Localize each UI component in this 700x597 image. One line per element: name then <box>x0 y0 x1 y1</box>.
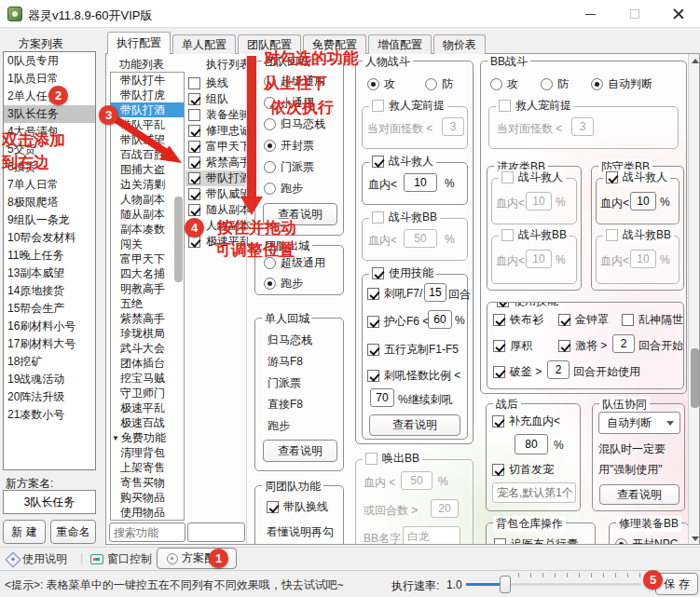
solo-return-help-button[interactable]: 查看说明 <box>263 440 337 462</box>
function-list-item[interactable]: ▼清理背包 <box>111 445 184 460</box>
speed-slider-thumb[interactable] <box>500 576 511 593</box>
refill-checkbox[interactable]: 补充血内< <box>492 414 560 429</box>
function-list-item[interactable]: ▼守卫师门 <box>111 386 184 400</box>
exec-filter-input[interactable] <box>187 522 245 542</box>
tab[interactable]: 物价表 <box>433 34 486 54</box>
plan-list-item[interactable]: 8极限爬塔 <box>4 194 95 211</box>
function-search-input[interactable] <box>109 522 185 542</box>
checkbox-icon[interactable] <box>367 288 379 300</box>
rename-plan-button[interactable]: 重命名 <box>50 520 96 544</box>
radio-icon[interactable] <box>490 78 502 90</box>
tiebushan-checkbox[interactable]: 铁布衫 <box>493 312 543 328</box>
function-list-item[interactable]: ▼挖宝马贼 <box>111 371 184 386</box>
function-list-item[interactable]: ▼武斗大会 <box>111 341 184 356</box>
plan-list-item[interactable]: 7单人日常 <box>4 176 95 194</box>
function-list-item[interactable]: ▼副本凑数 <box>111 222 184 237</box>
switch-pet-checkbox[interactable]: 切首发宠 <box>492 462 554 478</box>
checkbox-icon[interactable] <box>267 501 279 513</box>
function-list-item[interactable]: ▼珍珑棋局 <box>111 326 184 341</box>
team-sync-help-button[interactable]: 查看说明 <box>599 484 679 505</box>
radio-icon[interactable] <box>264 118 276 130</box>
bb-name-input[interactable] <box>403 526 460 545</box>
jinzhongzhao-checkbox[interactable]: 金钟罩 <box>558 312 609 328</box>
function-list-item[interactable]: ▼上架寄售 <box>111 460 184 475</box>
exec-item-checkbox[interactable] <box>188 204 200 216</box>
jijiang-checkbox[interactable]: 激将 > <box>558 338 607 354</box>
checkbox-icon[interactable] <box>372 211 384 224</box>
checkbox-icon[interactable] <box>606 229 618 241</box>
function-list-item[interactable]: ▼四大名捕 <box>111 266 184 281</box>
pet-name-input[interactable] <box>492 482 576 503</box>
checkbox-icon[interactable] <box>492 415 504 427</box>
checkbox-icon[interactable] <box>492 464 504 476</box>
function-list-item[interactable]: ▼边关清剿 <box>111 177 184 192</box>
person-use-skill-checkbox[interactable]: 使用技能 <box>369 265 436 281</box>
bb-auto-radio[interactable]: 自动判断 <box>591 76 652 92</box>
pofu-round-input[interactable] <box>547 360 570 379</box>
function-list-item[interactable]: ▼带队打虎 <box>111 88 184 102</box>
checkbox-icon[interactable] <box>493 366 505 378</box>
checkbox-icon[interactable] <box>494 538 506 545</box>
function-list-item[interactable]: ▼富甲天下 <box>111 251 184 266</box>
cihou-round-input[interactable] <box>424 283 446 302</box>
summon-hp-input[interactable] <box>401 471 432 490</box>
hp-threshold-input[interactable] <box>404 173 437 192</box>
radio-icon[interactable] <box>615 538 627 545</box>
function-list-item[interactable]: ▼免费功能 <box>111 430 184 445</box>
bb-defend-radio[interactable]: 防 <box>541 76 569 92</box>
team-return-option[interactable]: 跑步 <box>264 178 325 199</box>
checkbox-icon[interactable] <box>372 156 384 168</box>
team-changeline-checkbox[interactable]: 带队换线 <box>267 499 328 515</box>
plan-list-item[interactable]: 16刷材料小号 <box>4 318 95 335</box>
function-list-item[interactable]: ▼闯关 <box>111 237 184 251</box>
hp-threshold-input[interactable] <box>404 229 437 248</box>
checkbox-icon[interactable] <box>622 314 634 326</box>
checkbox-icon[interactable] <box>367 370 379 382</box>
checkbox-icon[interactable] <box>558 340 570 352</box>
summon-bb-checkbox[interactable]: 唤出BB <box>363 451 422 467</box>
huxin-threshold-input[interactable] <box>428 310 452 329</box>
person-save-person-checkbox[interactable]: 战斗救人 <box>369 154 436 170</box>
refill-input[interactable] <box>515 434 548 455</box>
luanshen-checkbox[interactable]: 乱神隔世 <box>622 312 683 328</box>
pofu-checkbox[interactable]: 破釜 > <box>493 364 542 380</box>
radio-icon[interactable] <box>541 78 553 90</box>
bb-use-skill-checkbox[interactable]: 使用技能 <box>494 302 561 309</box>
plan-list-item[interactable]: 18挖矿 <box>4 353 95 371</box>
plan-list-item[interactable]: 11晚上任务 <box>4 247 95 265</box>
checkbox-icon[interactable] <box>372 100 384 112</box>
checkbox-icon[interactable] <box>493 314 505 326</box>
plan-list-item[interactable]: 0队员专用 <box>4 52 95 70</box>
function-list-item[interactable]: ▼随从副本 <box>111 207 184 222</box>
attack-save-person-checkbox[interactable]: 战斗救人 <box>499 170 566 185</box>
radio-icon[interactable] <box>591 78 603 90</box>
exec-list-item[interactable]: 随从副本 <box>185 202 245 218</box>
plan-list-item[interactable]: 13副本威望 <box>4 265 95 282</box>
radio-icon[interactable] <box>264 140 276 152</box>
exec-list-item[interactable]: 换线 <box>185 75 245 91</box>
person-attack-radio[interactable]: 攻 <box>367 76 395 92</box>
plan-list-item[interactable]: 19战魂活动 <box>4 371 95 388</box>
checkbox-icon[interactable] <box>497 302 509 307</box>
function-list-item[interactable]: ▼带队打牛 <box>111 73 184 88</box>
cihou-checkbox[interactable]: 刺吼F7/ <box>367 286 422 302</box>
attack-save-bb-checkbox[interactable]: 战斗救BB <box>499 227 570 243</box>
solo-return-option[interactable]: 跑步 <box>268 415 312 437</box>
wuxing-checkbox[interactable]: 五行克制F1-F5 <box>367 342 459 358</box>
bb-rescue-premise-checkbox[interactable]: 救人宠前提 <box>496 98 574 114</box>
function-list-item[interactable]: ▼人物副本 <box>111 192 184 207</box>
checkbox-icon[interactable] <box>493 340 505 352</box>
premise-count-input[interactable] <box>442 117 464 136</box>
repair-bb-option[interactable]: 开封NPC <box>615 536 678 545</box>
person-save-bb-checkbox[interactable]: 战斗救BB <box>369 210 440 225</box>
checkbox-icon[interactable] <box>365 453 377 465</box>
plan-name-input[interactable] <box>3 490 96 514</box>
person-rescue-premise-checkbox[interactable]: 救人宠前提 <box>369 98 447 114</box>
pane-scrollbar[interactable] <box>688 54 700 545</box>
scroll-up-icon[interactable] <box>692 59 699 63</box>
plan-list-item[interactable]: 14原地接货 <box>4 282 95 300</box>
function-list-item[interactable]: ▼寄售买物 <box>111 475 184 490</box>
summon-round-input[interactable] <box>431 499 459 518</box>
scroll-down-icon[interactable] <box>692 536 699 541</box>
function-list-item[interactable]: ▼极速平乱 <box>111 400 184 415</box>
